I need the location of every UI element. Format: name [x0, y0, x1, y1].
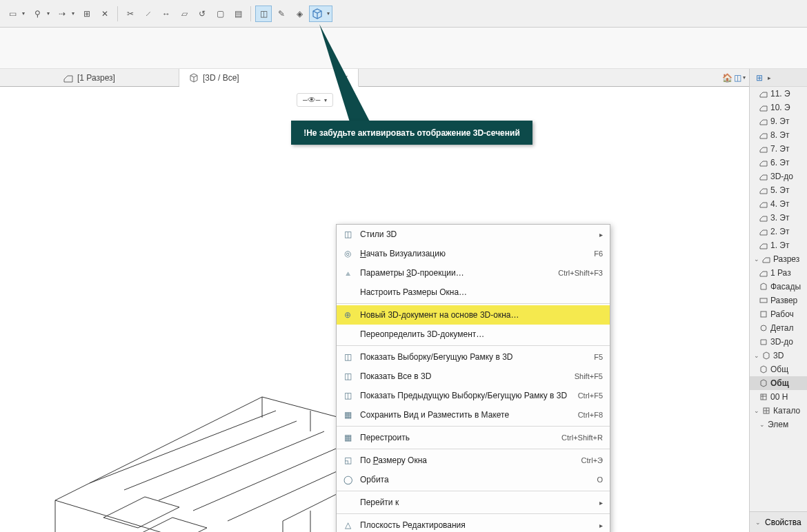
tree-item-fasad[interactable]: Фасады	[750, 280, 807, 294]
tree-label: 1 Раз	[770, 268, 791, 278]
tree-label: 3D-до	[770, 337, 793, 347]
layer-tool[interactable]: ◈	[291, 6, 308, 22]
tree-item-rabo[interactable]: Рабоч	[750, 307, 807, 321]
cube-icon: ◫	[342, 351, 353, 362]
menu-separator	[337, 426, 610, 427]
trim-tool[interactable]: ⟋	[140, 6, 157, 22]
tree-label: Общ	[770, 365, 788, 374]
tree-item-floor[interactable]: 10. Э	[750, 101, 807, 114]
tree-item-floor[interactable]: 8. Эт	[750, 128, 807, 142]
svg-rect-1	[760, 298, 767, 303]
main-toolbar: ▭ ⚲ ⇢ ⊞ ✕ ✂ ⟋ ↔ ▱ ↺ ▢ ▤ ◫ ✎ ◈	[0, 0, 807, 28]
grid-tool[interactable]: ⊞	[79, 6, 95, 22]
tree-section-katalo[interactable]: ⌄Катало	[750, 404, 807, 418]
menu-new-3d-doc[interactable]: ⊕ Новый 3D-документ на основе 3D-окна…	[337, 305, 610, 325]
menu-save-view[interactable]: ▦ Сохранить Вид и Разместить в Макете Ct…	[337, 405, 610, 424]
svg-rect-4	[761, 394, 766, 400]
stack-tool[interactable]: ▤	[230, 6, 246, 22]
tree-section-3d[interactable]: ⌄3D	[750, 349, 807, 362]
tree-item-floor[interactable]: 2. Эт	[750, 225, 807, 238]
tree-item-floor[interactable]: 7. Эт	[750, 142, 807, 156]
tree-item-detal[interactable]: Детал	[750, 321, 807, 335]
menu-show-selection[interactable]: ◫ Показать Выборку/Бегущую Рамку в 3D F5	[337, 347, 610, 367]
tree-item-floor[interactable]: 3D-до	[750, 170, 807, 183]
brush-tool[interactable]: ✎	[273, 6, 290, 22]
toolbar-separator	[250, 6, 251, 21]
menu-fit-window[interactable]: ◱ По Размеру Окна Ctrl+Э	[337, 451, 610, 470]
menu-separator	[337, 449, 610, 449]
tree-item-elem[interactable]: ⌄Элем	[750, 418, 807, 431]
cube-icon	[759, 379, 768, 387]
tree-item-razver[interactable]: Развер	[750, 294, 807, 307]
tree-item-floor[interactable]: 6. Эт	[750, 156, 807, 170]
tree-item-obsch2[interactable]: Общ	[750, 376, 807, 390]
tree-item-obsch1[interactable]: Общ	[750, 362, 807, 376]
menu-show-prev[interactable]: ◫ Показать Предыдущую Выборку/Бегущую Ра…	[337, 386, 610, 405]
house-icon[interactable]: 🏠	[721, 72, 733, 83]
menu-rebuild[interactable]: ▦ Перестроить Ctrl+Shift+R	[337, 428, 610, 447]
navigator-panel: ⊞ ▸ 11. Э10. Э9. Эт8. Эт7. Эт6. Эт3D-до5…	[749, 69, 807, 532]
shortcut: F5	[594, 353, 603, 361]
close-icon[interactable]: ×	[343, 72, 348, 83]
tree-item-floor[interactable]: 11. Э	[750, 87, 807, 101]
tree-label: 3D	[773, 351, 784, 360]
shortcut: Shift+F5	[575, 372, 603, 380]
cube-icon	[189, 73, 199, 83]
section-icon	[63, 73, 73, 83]
menu-start-viz[interactable]: ◎ Начать Визуализацию F6	[337, 244, 610, 263]
menu-edit-plane[interactable]: △ Плоскость Редактирования ▸	[337, 515, 610, 532]
floor-icon	[759, 117, 768, 125]
shortcut: Ctrl+F8	[578, 411, 603, 419]
tree-label: 8. Эт	[770, 130, 789, 140]
tree-icon[interactable]: ⊞	[754, 72, 765, 83]
user-tool[interactable]: ⚲	[29, 6, 52, 22]
floor-icon	[759, 103, 768, 112]
menu-proj-params[interactable]: ⟁ Параметры 3D-проекции… Ctrl+Shift+F3	[337, 263, 610, 283]
menu-separator	[337, 345, 610, 346]
tree-item-floor[interactable]: 9. Эт	[750, 114, 807, 128]
tab-3d[interactable]: [3D / Все] ×	[179, 69, 359, 87]
menu-separator	[337, 491, 610, 491]
tree-item-3ddo[interactable]: 3D-до	[750, 335, 807, 349]
shortcut: Ctrl+F5	[578, 391, 603, 400]
floor-icon	[759, 241, 768, 249]
tree-label: Разрез	[773, 254, 799, 264]
tree-item-floor[interactable]: 3. Эт	[750, 211, 807, 225]
box-tool[interactable]: ▢	[212, 6, 228, 22]
tree-item-ooh[interactable]: 00 Н	[750, 390, 807, 404]
menu-orbit[interactable]: ◯ Орбита O	[337, 470, 610, 489]
measure-tool[interactable]: ↔	[158, 6, 175, 22]
group-tool[interactable]: ◫	[255, 6, 272, 22]
properties-header[interactable]: ⌄ Свойства	[750, 511, 807, 532]
cube-icon	[759, 365, 768, 374]
tree-label: Развер	[770, 296, 797, 305]
tree-item-razrez1[interactable]: 1 Раз	[750, 266, 807, 280]
cube-3d-tool[interactable]	[309, 6, 332, 22]
menu-styles-3d[interactable]: ◫ Стили 3D ▸	[337, 225, 610, 244]
tree-section-razrez[interactable]: ⌄Разрез	[750, 252, 807, 266]
angle-tool[interactable]: ✕	[97, 6, 113, 22]
tab-label: [1 Разрез]	[77, 73, 115, 83]
menu-goto[interactable]: Перейти к ▸	[337, 493, 610, 512]
menu-redef-doc[interactable]: Переопределить 3D-документ…	[337, 325, 610, 344]
layers-dropdown[interactable]: ◫	[734, 72, 745, 83]
tree-label: 5. Эт	[770, 185, 789, 195]
menu-win-size[interactable]: Настроить Размеры Окна…	[337, 283, 610, 302]
tree-item-floor[interactable]: 5. Эт	[750, 183, 807, 197]
menu-label: Плоскость Редактирования	[360, 520, 466, 530]
properties-label: Свойства	[765, 518, 801, 527]
tab-section[interactable]: [1 Разрез]	[0, 69, 179, 86]
curve-tool[interactable]: ↺	[194, 6, 210, 22]
plane-icon: △	[342, 520, 353, 531]
tree-item-floor[interactable]: 1. Эт	[750, 238, 807, 252]
rect-tool[interactable]: ▱	[176, 6, 192, 22]
scissors-tool[interactable]: ✂	[122, 6, 139, 22]
shortcut: Ctrl+Shift+F3	[558, 269, 603, 277]
link-tool[interactable]: ⇢	[54, 6, 77, 22]
menu-show-all[interactable]: ◫ Показать Все в 3D Shift+F5	[337, 367, 610, 386]
doc3d-icon	[759, 338, 768, 346]
select-tool[interactable]: ▭	[4, 6, 28, 22]
menu-label: Параметры 3D-проекции…	[360, 268, 464, 278]
visibility-dropdown[interactable]: –👁–	[297, 93, 333, 107]
tree-item-floor[interactable]: 4. Эт	[750, 197, 807, 211]
